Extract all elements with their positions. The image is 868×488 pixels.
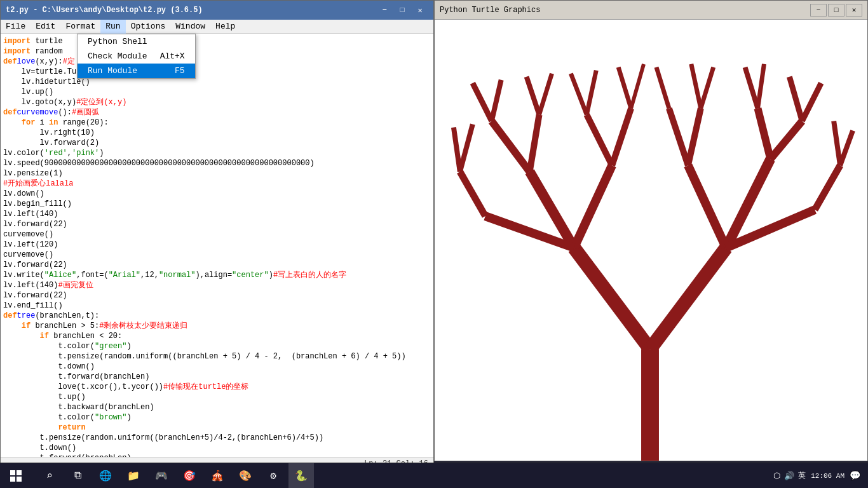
code-line: #开始画爱心lalala	[1, 179, 431, 189]
code-editor[interactable]: import turtle import random def love(x,y…	[1, 34, 433, 457]
code-line: t.forward(branchLen)	[1, 453, 431, 457]
svg-line-22	[631, 64, 644, 109]
check-module-shortcut: Alt+X	[160, 51, 185, 61]
svg-line-23	[656, 67, 669, 109]
code-line: for i in range(20):	[1, 118, 431, 128]
volume-icon[interactable]: 🔊	[784, 471, 794, 481]
svg-line-24	[691, 64, 701, 109]
svg-line-35	[460, 172, 485, 216]
check-module-label: Check Module	[88, 51, 147, 61]
svg-line-18	[539, 74, 552, 115]
code-line: t.down()	[1, 443, 431, 453]
code-line: def curvemove():#画圆弧	[1, 107, 431, 118]
svg-line-13	[758, 109, 771, 159]
svg-line-21	[618, 67, 631, 109]
menu-format[interactable]: Format	[60, 20, 100, 34]
svg-line-8	[530, 115, 539, 172]
svg-line-12	[688, 109, 701, 166]
menu-window[interactable]: Window	[170, 20, 210, 34]
svg-line-11	[669, 109, 688, 166]
minimize-button[interactable]: −	[376, 4, 393, 17]
close-button[interactable]: ✕	[412, 4, 428, 17]
language-indicator[interactable]: 英	[798, 470, 806, 481]
turtle-title: Python Turtle Graphics	[440, 6, 810, 15]
taskbar-search[interactable]: ⌕	[37, 463, 62, 489]
code-line: lv=turtle.Tu	[1, 67, 431, 77]
maximize-button[interactable]: □	[394, 4, 410, 17]
svg-line-9	[587, 115, 612, 166]
taskbar-python[interactable]: 🐍	[288, 463, 314, 489]
code-line: import random	[1, 46, 431, 57]
taskbar-app1[interactable]: 🎮	[149, 463, 174, 489]
taskbar-app2[interactable]: 🎯	[177, 463, 202, 489]
code-line: lv.forward(22)	[1, 260, 431, 270]
network-icon[interactable]: ⬡	[773, 471, 780, 481]
svg-line-20	[587, 71, 596, 115]
code-line: lv.right(10)	[1, 128, 431, 138]
python-shell-label: Python Shell	[88, 37, 147, 46]
code-line: t.color("brown")	[1, 412, 431, 423]
menu-check-module[interactable]: Check Module Alt+X	[78, 49, 195, 64]
menu-run[interactable]: Run	[100, 20, 125, 34]
code-line: curvemove()	[1, 229, 431, 240]
code-line: import turtle	[1, 36, 431, 46]
taskbar-app3[interactable]: 🎪	[205, 463, 230, 489]
code-line: lv.write("Alice",font=("Arial",12,"norma…	[1, 270, 431, 280]
menu-file[interactable]: File	[1, 20, 31, 34]
code-line: t.up()	[1, 392, 431, 402]
code-line: t.forward(branchLen)	[1, 372, 431, 382]
taskbar-explorer[interactable]: 📁	[121, 463, 146, 489]
notification-icon[interactable]: 💬	[850, 470, 860, 481]
turtle-minimize[interactable]: −	[810, 4, 827, 17]
idle-titlebar: t2.py - C:\Users\andy\Desktop\t2.py (3.6…	[1, 1, 433, 20]
code-line: t.color("green")	[1, 341, 431, 351]
code-content: import turtle import random def love(x,y…	[1, 34, 433, 457]
code-line: lv.left(120)	[1, 240, 431, 250]
turtle-close[interactable]: ✕	[846, 4, 862, 17]
sys-tray-icons: ⬡ 🔊 英	[773, 470, 806, 481]
code-line: lv.left(140)	[1, 209, 431, 219]
svg-line-33	[840, 131, 853, 166]
taskbar-app4[interactable]: 🎨	[233, 463, 258, 489]
code-line: love(t.xcor(),t.ycor())#传输现在turtle的坐标	[1, 382, 431, 392]
code-line: lv.down()	[1, 189, 431, 199]
windows-logo	[10, 470, 22, 482]
start-button[interactable]	[0, 463, 32, 489]
menu-edit[interactable]: Edit	[31, 20, 60, 34]
code-line: t.pensize(random.uniform((branchLen+5)/4…	[1, 433, 431, 443]
code-line: def tree(branchLen,t):	[1, 311, 431, 321]
turtle-titlebar: Python Turtle Graphics − □ ✕	[435, 1, 867, 20]
svg-line-14	[770, 121, 802, 159]
svg-line-26	[745, 67, 758, 109]
idle-title: t2.py - C:\Users\andy\Desktop\t2.py (3.6…	[6, 6, 376, 15]
turtle-maximize[interactable]: □	[828, 4, 844, 17]
clock[interactable]: 12:06 AM	[811, 472, 844, 480]
code-line: lv.begin_fill()	[1, 199, 431, 209]
code-line: lv.up()	[1, 87, 431, 97]
svg-line-19	[571, 74, 587, 115]
code-line: curvemove()	[1, 250, 431, 260]
tree-graphic	[435, 20, 867, 461]
run-module-shortcut: F5	[175, 66, 185, 76]
menu-run-module[interactable]: Run Module F5	[78, 64, 195, 78]
code-line: lv.forward(22)	[1, 290, 431, 301]
code-line: lv.hideturtle()	[1, 77, 431, 87]
window-controls: − □ ✕	[376, 4, 428, 17]
code-line: lv.forward(22)	[1, 219, 431, 229]
taskbar-pinned-icons: ⌕ ⧉ 🌐 📁 🎮 🎯 🎪 🎨 ⚙ 🐍	[32, 463, 319, 489]
taskbar-edge[interactable]: 🌐	[93, 463, 118, 489]
svg-line-2	[650, 248, 726, 349]
run-dropdown: Python Shell Check Module Alt+X Run Modu…	[77, 34, 196, 79]
taskbar: ⌕ ⧉ 🌐 📁 🎮 🎯 🎪 🎨 ⚙ 🐍 ⬡ 🔊 英 12:06 AM 💬	[0, 463, 868, 488]
code-line: lv.forward(2)	[1, 138, 431, 148]
taskbar-app5[interactable]: ⚙	[261, 463, 286, 489]
taskbar-taskview[interactable]: ⧉	[65, 463, 90, 489]
code-line: def love(x,y):#定	[1, 57, 431, 67]
svg-line-16	[492, 80, 501, 121]
code-line: t.backward(branchLen)	[1, 402, 431, 412]
svg-line-36	[454, 128, 460, 172]
menu-python-shell[interactable]: Python Shell	[78, 34, 195, 49]
code-line: lv.pensize(1)	[1, 168, 431, 179]
menu-options[interactable]: Options	[126, 20, 171, 34]
menu-help[interactable]: Help	[210, 20, 240, 34]
